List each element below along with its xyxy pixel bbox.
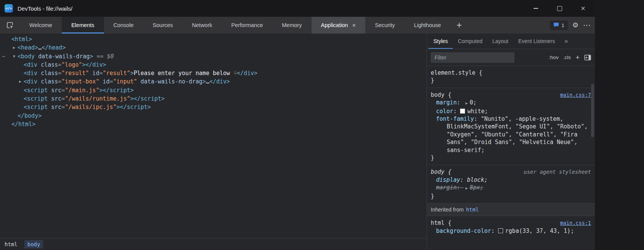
rule-selector[interactable]: body {	[431, 91, 451, 99]
stylesheet-link[interactable]: main.css:7	[560, 91, 591, 99]
element-classes-button[interactable]: .cls	[563, 54, 571, 60]
close-button[interactable]	[571, 0, 595, 17]
tool-tab-bar: WelcomeElementsConsoleSourcesNetworkPerf…	[0, 17, 595, 34]
dom-tree-node[interactable]: <div class="result" id="result">Please e…	[0, 69, 427, 77]
dom-tree-node[interactable]: <html>	[0, 35, 427, 43]
devtools-app-icon: </>	[5, 4, 13, 13]
css-property[interactable]: background-color: rgba(33, 37, 43, 1);	[427, 227, 595, 235]
tab-application[interactable]: Application×	[312, 17, 366, 34]
tab-welcome[interactable]: Welcome	[20, 17, 62, 34]
toggle-element-state-button[interactable]: :hov	[549, 54, 559, 60]
css-property[interactable]: font-family: "Nunito", -apple-system, Bl…	[427, 115, 595, 154]
collapse-arrow-icon[interactable]: ▼	[11, 52, 17, 61]
rule-close-brace: }	[427, 192, 595, 200]
dock-sidebar-button[interactable]	[584, 54, 591, 61]
syntax-punct: =	[110, 78, 113, 85]
tab-label: Performance	[231, 22, 263, 28]
devtools-window: </> DevTools - file://wails/ WelcomeElem…	[0, 0, 595, 250]
new-style-rule-button[interactable]: +	[575, 53, 580, 62]
rule-selector[interactable]: html {	[431, 219, 451, 227]
rule-selector-line: body {main.css:7	[427, 91, 595, 99]
css-property[interactable]: color: white;	[427, 107, 595, 115]
expand-arrow-icon[interactable]: ▶	[465, 184, 468, 192]
color-swatch[interactable]	[498, 228, 503, 233]
maximize-icon	[557, 6, 562, 11]
syntax-value: "input-box"	[61, 78, 99, 85]
scrollbar-thumb[interactable]	[591, 84, 594, 137]
syntax-tag: </head>	[42, 44, 66, 51]
css-colon: :	[491, 228, 498, 234]
tab-styles[interactable]: Styles	[428, 34, 453, 49]
rule-selector-line: body {user agent stylesheet	[427, 168, 595, 176]
syntax-tag: >	[130, 70, 134, 77]
css-property[interactable]: display: block;	[427, 176, 595, 184]
syntax-emoji: ☟	[233, 70, 237, 77]
tab-memory[interactable]: Memory	[272, 17, 311, 34]
dom-tree-node[interactable]: </html>	[0, 120, 427, 128]
issues-counter[interactable]: 1	[550, 21, 568, 30]
css-property-name: color	[436, 108, 453, 115]
maximize-button[interactable]	[548, 0, 571, 17]
more-tools-button[interactable]: +	[451, 17, 468, 34]
css-property-name: margin	[436, 184, 457, 191]
css-property-name: font-family	[436, 115, 474, 122]
expand-arrow-icon[interactable]: ▶	[465, 99, 468, 107]
breadcrumb-html[interactable]: html	[5, 241, 18, 247]
syntax-value: "/wails/ipc.js"	[65, 104, 116, 111]
syntax-tag: </div>	[237, 70, 257, 77]
settings-gear-icon[interactable]: ⚙	[572, 21, 578, 29]
tab-console[interactable]: Console	[104, 17, 143, 34]
syntax-value: "/main.js"	[65, 87, 99, 94]
css-property[interactable]: margin: ▶8px;	[427, 184, 595, 192]
tab-bar-right-controls: 1 ⚙ ⋯	[550, 17, 595, 34]
tab-event-listeners[interactable]: Event Listeners	[513, 34, 560, 49]
dom-tree-node[interactable]: ⋯▼<body data-wails-drag> == $0	[0, 52, 427, 61]
issues-count: 1	[561, 22, 564, 28]
rule-selector[interactable]: element.style {	[431, 69, 482, 77]
syntax-tag: </body>	[18, 112, 42, 119]
node-menu-icon[interactable]: ⋯	[2, 52, 6, 61]
dom-tree-node[interactable]: <script src="/wails/ipc.js"></script>	[0, 103, 427, 111]
tab-security[interactable]: Security	[365, 17, 404, 34]
dom-tree-node[interactable]: </body>	[0, 112, 427, 120]
css-property-value: white;	[467, 108, 488, 115]
css-property[interactable]: margin: ▶0;	[427, 99, 595, 107]
tab-computed[interactable]: Computed	[453, 34, 487, 49]
inherited-from-header: Inherited fromhtml	[427, 204, 595, 216]
syntax-text: …	[206, 78, 209, 85]
dom-tree-node[interactable]: ▶<div class="input-box" id="input" data-…	[0, 77, 427, 86]
inspect-element-button[interactable]	[0, 17, 20, 34]
filter-input[interactable]	[431, 52, 515, 63]
css-property-value: 8px;	[470, 184, 483, 191]
dock-sidebar-icon	[584, 54, 591, 61]
stylesheet-link[interactable]: main.css:1	[560, 219, 591, 227]
color-swatch[interactable]	[460, 109, 465, 114]
dom-tree-node[interactable]: ▶<head>…</head>	[0, 43, 427, 52]
tab-network[interactable]: Network	[182, 17, 222, 34]
dom-tree-node[interactable]: <script src="/wails/runtime.js"></script…	[0, 95, 427, 103]
tab-performance[interactable]: Performance	[222, 17, 272, 34]
dom-tree-node[interactable]: <script src="/main.js"></script>	[0, 86, 427, 95]
inherited-node-link[interactable]: html	[466, 207, 479, 213]
syntax-value: "result"	[61, 70, 89, 77]
close-tab-icon[interactable]: ×	[352, 22, 356, 29]
css-rule: html {main.css:1background-color: rgba(3…	[427, 216, 595, 250]
syntax-punct: =	[58, 78, 61, 85]
more-options-icon[interactable]: ⋯	[583, 21, 591, 30]
rule-close-brace: }	[427, 77, 595, 84]
tab-lighthouse[interactable]: Lighthouse	[404, 17, 451, 34]
rule-selector[interactable]: body {	[431, 168, 451, 176]
inherited-from-label: Inherited from	[431, 207, 463, 213]
tab-sources[interactable]: Sources	[143, 17, 182, 34]
expand-arrow-icon[interactable]: ▶	[18, 77, 23, 86]
tab-label: Application	[321, 22, 348, 28]
dom-tree-node[interactable]: <div class="logo"></div>	[0, 61, 427, 69]
minimize-button[interactable]	[524, 0, 548, 17]
tab-elements[interactable]: Elements	[62, 17, 104, 34]
tab-layout[interactable]: Layout	[487, 34, 513, 49]
breadcrumb-body[interactable]: body	[24, 240, 43, 248]
expand-arrow-icon[interactable]: ▶	[11, 43, 17, 52]
overflow-tabs-icon[interactable]: »	[562, 38, 570, 45]
window-controls	[524, 0, 595, 17]
syntax-tag: </html>	[11, 121, 35, 128]
